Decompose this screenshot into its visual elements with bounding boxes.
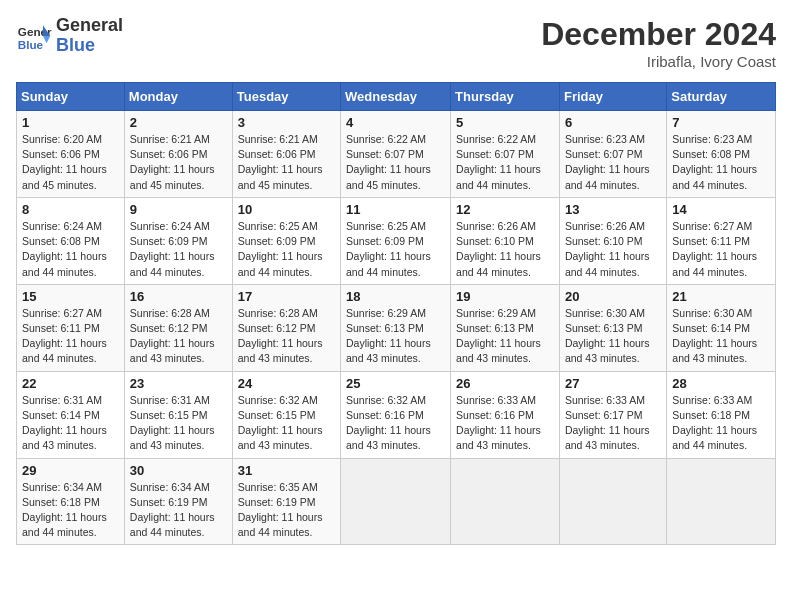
day-number: 18 (346, 289, 445, 304)
location-subtitle: Iribafla, Ivory Coast (541, 53, 776, 70)
calendar-cell: 22 Sunrise: 6:31 AM Sunset: 6:14 PM Dayl… (17, 371, 125, 458)
sunrise-label: Sunrise: 6:26 AM (565, 220, 645, 232)
sunset-label: Sunset: 6:16 PM (456, 409, 534, 421)
sunrise-label: Sunrise: 6:33 AM (456, 394, 536, 406)
daylight-label: Daylight: 11 hours and 44 minutes. (22, 250, 107, 277)
day-info: Sunrise: 6:33 AM Sunset: 6:16 PM Dayligh… (456, 393, 554, 454)
calendar-cell: 9 Sunrise: 6:24 AM Sunset: 6:09 PM Dayli… (124, 197, 232, 284)
sunrise-label: Sunrise: 6:31 AM (22, 394, 102, 406)
day-info: Sunrise: 6:30 AM Sunset: 6:14 PM Dayligh… (672, 306, 770, 367)
day-info: Sunrise: 6:34 AM Sunset: 6:19 PM Dayligh… (130, 480, 227, 541)
calendar-cell: 1 Sunrise: 6:20 AM Sunset: 6:06 PM Dayli… (17, 111, 125, 198)
daylight-label: Daylight: 11 hours and 43 minutes. (672, 337, 757, 364)
sunset-label: Sunset: 6:17 PM (565, 409, 643, 421)
calendar-cell: 5 Sunrise: 6:22 AM Sunset: 6:07 PM Dayli… (451, 111, 560, 198)
calendar-body: 1 Sunrise: 6:20 AM Sunset: 6:06 PM Dayli… (17, 111, 776, 545)
daylight-label: Daylight: 11 hours and 43 minutes. (130, 424, 215, 451)
calendar-cell: 31 Sunrise: 6:35 AM Sunset: 6:19 PM Dayl… (232, 458, 340, 545)
day-number: 23 (130, 376, 227, 391)
daylight-label: Daylight: 11 hours and 44 minutes. (565, 163, 650, 190)
sunrise-label: Sunrise: 6:30 AM (672, 307, 752, 319)
day-number: 3 (238, 115, 335, 130)
day-number: 7 (672, 115, 770, 130)
daylight-label: Daylight: 11 hours and 45 minutes. (346, 163, 431, 190)
daylight-label: Daylight: 11 hours and 44 minutes. (672, 424, 757, 451)
calendar-cell: 23 Sunrise: 6:31 AM Sunset: 6:15 PM Dayl… (124, 371, 232, 458)
day-info: Sunrise: 6:22 AM Sunset: 6:07 PM Dayligh… (346, 132, 445, 193)
calendar-cell (559, 458, 666, 545)
day-info: Sunrise: 6:25 AM Sunset: 6:09 PM Dayligh… (238, 219, 335, 280)
sunset-label: Sunset: 6:14 PM (672, 322, 750, 334)
sunset-label: Sunset: 6:09 PM (238, 235, 316, 247)
logo-icon: General Blue (16, 18, 52, 54)
header-row: Sunday Monday Tuesday Wednesday Thursday… (17, 83, 776, 111)
calendar-cell: 29 Sunrise: 6:34 AM Sunset: 6:18 PM Dayl… (17, 458, 125, 545)
sunset-label: Sunset: 6:18 PM (672, 409, 750, 421)
day-info: Sunrise: 6:32 AM Sunset: 6:16 PM Dayligh… (346, 393, 445, 454)
daylight-label: Daylight: 11 hours and 43 minutes. (346, 424, 431, 451)
sunrise-label: Sunrise: 6:26 AM (456, 220, 536, 232)
calendar-week-row: 1 Sunrise: 6:20 AM Sunset: 6:06 PM Dayli… (17, 111, 776, 198)
day-info: Sunrise: 6:23 AM Sunset: 6:07 PM Dayligh… (565, 132, 661, 193)
sunset-label: Sunset: 6:15 PM (238, 409, 316, 421)
logo: General Blue General Blue (16, 16, 123, 56)
daylight-label: Daylight: 11 hours and 43 minutes. (238, 337, 323, 364)
calendar-header: Sunday Monday Tuesday Wednesday Thursday… (17, 83, 776, 111)
sunset-label: Sunset: 6:09 PM (130, 235, 208, 247)
col-monday: Monday (124, 83, 232, 111)
calendar-cell: 10 Sunrise: 6:25 AM Sunset: 6:09 PM Dayl… (232, 197, 340, 284)
calendar-cell: 30 Sunrise: 6:34 AM Sunset: 6:19 PM Dayl… (124, 458, 232, 545)
day-number: 26 (456, 376, 554, 391)
sunrise-label: Sunrise: 6:25 AM (346, 220, 426, 232)
col-sunday: Sunday (17, 83, 125, 111)
day-info: Sunrise: 6:30 AM Sunset: 6:13 PM Dayligh… (565, 306, 661, 367)
daylight-label: Daylight: 11 hours and 44 minutes. (238, 250, 323, 277)
col-friday: Friday (559, 83, 666, 111)
calendar-cell: 26 Sunrise: 6:33 AM Sunset: 6:16 PM Dayl… (451, 371, 560, 458)
calendar-cell: 3 Sunrise: 6:21 AM Sunset: 6:06 PM Dayli… (232, 111, 340, 198)
day-number: 24 (238, 376, 335, 391)
day-number: 28 (672, 376, 770, 391)
calendar-week-row: 29 Sunrise: 6:34 AM Sunset: 6:18 PM Dayl… (17, 458, 776, 545)
sunrise-label: Sunrise: 6:22 AM (346, 133, 426, 145)
day-info: Sunrise: 6:22 AM Sunset: 6:07 PM Dayligh… (456, 132, 554, 193)
calendar-cell (341, 458, 451, 545)
sunset-label: Sunset: 6:11 PM (672, 235, 750, 247)
sunrise-label: Sunrise: 6:34 AM (22, 481, 102, 493)
daylight-label: Daylight: 11 hours and 45 minutes. (22, 163, 107, 190)
calendar-cell: 15 Sunrise: 6:27 AM Sunset: 6:11 PM Dayl… (17, 284, 125, 371)
calendar-cell: 8 Sunrise: 6:24 AM Sunset: 6:08 PM Dayli… (17, 197, 125, 284)
col-thursday: Thursday (451, 83, 560, 111)
sunset-label: Sunset: 6:06 PM (22, 148, 100, 160)
sunset-label: Sunset: 6:08 PM (672, 148, 750, 160)
day-number: 27 (565, 376, 661, 391)
sunrise-label: Sunrise: 6:29 AM (456, 307, 536, 319)
day-number: 14 (672, 202, 770, 217)
sunset-label: Sunset: 6:07 PM (565, 148, 643, 160)
calendar-cell: 28 Sunrise: 6:33 AM Sunset: 6:18 PM Dayl… (667, 371, 776, 458)
day-info: Sunrise: 6:25 AM Sunset: 6:09 PM Dayligh… (346, 219, 445, 280)
day-number: 12 (456, 202, 554, 217)
calendar-cell: 25 Sunrise: 6:32 AM Sunset: 6:16 PM Dayl… (341, 371, 451, 458)
day-info: Sunrise: 6:33 AM Sunset: 6:18 PM Dayligh… (672, 393, 770, 454)
sunset-label: Sunset: 6:12 PM (238, 322, 316, 334)
sunset-label: Sunset: 6:07 PM (346, 148, 424, 160)
sunset-label: Sunset: 6:07 PM (456, 148, 534, 160)
page-header: General Blue General Blue December 2024 … (16, 16, 776, 70)
sunset-label: Sunset: 6:19 PM (130, 496, 208, 508)
calendar-cell: 27 Sunrise: 6:33 AM Sunset: 6:17 PM Dayl… (559, 371, 666, 458)
day-number: 1 (22, 115, 119, 130)
sunrise-label: Sunrise: 6:32 AM (346, 394, 426, 406)
daylight-label: Daylight: 11 hours and 44 minutes. (22, 511, 107, 538)
sunrise-label: Sunrise: 6:27 AM (22, 307, 102, 319)
day-number: 16 (130, 289, 227, 304)
logo-line1: General (56, 16, 123, 36)
day-number: 25 (346, 376, 445, 391)
calendar-cell: 18 Sunrise: 6:29 AM Sunset: 6:13 PM Dayl… (341, 284, 451, 371)
daylight-label: Daylight: 11 hours and 45 minutes. (130, 163, 215, 190)
sunrise-label: Sunrise: 6:35 AM (238, 481, 318, 493)
day-number: 11 (346, 202, 445, 217)
calendar-cell: 11 Sunrise: 6:25 AM Sunset: 6:09 PM Dayl… (341, 197, 451, 284)
day-info: Sunrise: 6:28 AM Sunset: 6:12 PM Dayligh… (130, 306, 227, 367)
calendar-cell: 14 Sunrise: 6:27 AM Sunset: 6:11 PM Dayl… (667, 197, 776, 284)
